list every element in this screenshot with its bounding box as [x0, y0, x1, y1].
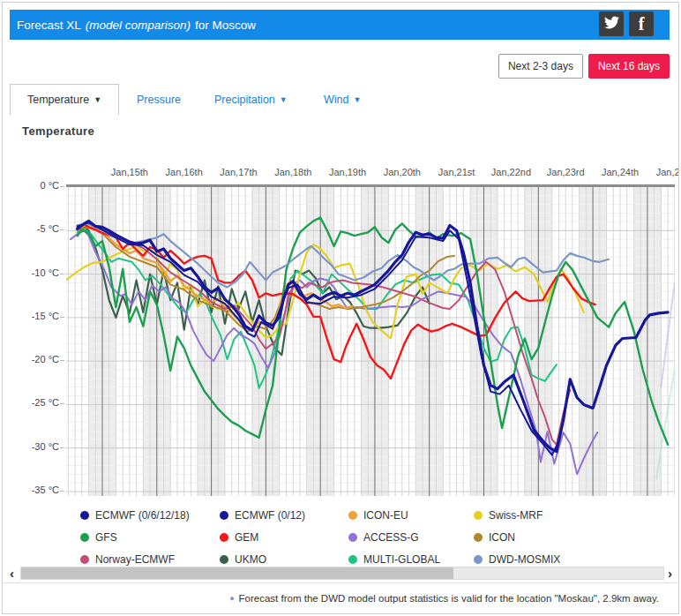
forecast-card: Forecast XL (model comparison) for Mosco… — [2, 2, 679, 614]
chart-legend: ECMWF (0/6/12/18)ECMWF (0/12)ICON-EUSwis… — [80, 504, 560, 570]
legend-label: ECMWF (0/6/12/18) — [95, 509, 190, 522]
legend-label: Swiss-MRF — [489, 509, 543, 522]
legend-dot-icon — [220, 533, 228, 542]
scroll-left-arrow[interactable]: ‹ — [10, 566, 14, 581]
tab-bar: Temperature▼ Pressure Precipitation▼ Win… — [10, 84, 671, 116]
next-2-3-days-button[interactable]: Next 2-3 days — [498, 54, 583, 79]
y-tick-mark — [60, 317, 64, 318]
legend-item-norway-ecmwf[interactable]: Norway-ECMWF — [80, 553, 220, 566]
legend-label: ACCESS-G — [363, 531, 419, 544]
legend-item-icon[interactable]: ICON — [474, 531, 560, 544]
y-tick-mark — [60, 229, 64, 230]
x-tick-label: Jan,19th — [317, 167, 378, 177]
facebook-share-button[interactable]: f — [629, 11, 654, 36]
y-tick-mark — [60, 360, 64, 361]
tab-temperature[interactable]: Temperature▼ — [10, 84, 119, 115]
y-tick-label: -30 °C — [8, 441, 59, 452]
legend-dot-icon — [348, 511, 357, 520]
legend-label: GFS — [95, 531, 117, 544]
scrollbar-thumb[interactable] — [21, 567, 453, 579]
footnote: ● Forecast from the DWD model output sta… — [3, 582, 678, 612]
legend-label: UKMO — [235, 553, 266, 566]
legend-dot-icon — [220, 511, 228, 520]
legend-dot-icon — [474, 555, 483, 564]
legend-label: ECMWF (0/12) — [235, 509, 305, 522]
legend-item-swiss-mrf[interactable]: Swiss-MRF — [474, 509, 560, 522]
x-tick-label: Jan,15th — [99, 167, 161, 177]
x-tick-label: Jan,18th — [262, 167, 324, 177]
tab-pressure[interactable]: Pressure — [137, 84, 181, 115]
legend-item-access-g[interactable]: ACCESS-G — [348, 531, 474, 544]
header-title-suffix: for Moscow — [195, 19, 256, 32]
chart-title: Temperature — [22, 124, 94, 138]
legend-label: ICON-EU — [363, 509, 408, 522]
scrollbar-track[interactable] — [20, 567, 664, 580]
tab-precipitation[interactable]: Precipitation▼ — [214, 84, 288, 115]
twitter-share-button[interactable] — [599, 11, 624, 36]
tab-wind[interactable]: Wind▼ — [324, 84, 361, 115]
legend-dot-icon — [474, 533, 483, 542]
range-buttons: Next 2-3 days Next 16 days — [498, 54, 670, 79]
legend-item-ecmwf-0-12-[interactable]: ECMWF (0/12) — [220, 509, 348, 522]
legend-item-gem[interactable]: GEM — [220, 531, 348, 544]
y-tick-label: -20 °C — [8, 354, 59, 364]
header-bar: Forecast XL (model comparison) for Mosco… — [10, 10, 670, 40]
legend-item-gfs[interactable]: GFS — [80, 531, 220, 544]
legend-item-icon-eu[interactable]: ICON-EU — [348, 509, 474, 522]
legend-item-ecmwf-0-6-12-18-[interactable]: ECMWF (0/6/12/18) — [80, 509, 220, 522]
legend-label: MULTI-GLOBAL — [363, 553, 440, 566]
twitter-icon — [604, 15, 619, 34]
legend-dot-icon — [80, 533, 89, 542]
y-tick-label: -35 °C — [8, 485, 59, 495]
legend-dot-icon — [348, 555, 357, 564]
y-tick-label: 0 °C — [8, 180, 59, 191]
x-tick-label: Jan,21st — [426, 167, 488, 177]
dwd-bullet-icon: ● — [229, 594, 234, 603]
legend-dot-icon — [80, 555, 89, 564]
chevron-down-icon: ▼ — [94, 95, 101, 104]
legend-dot-icon — [474, 511, 483, 520]
y-tick-mark — [60, 274, 64, 274]
x-tick-label: Jan,22nd — [480, 167, 542, 177]
y-tick-label: -10 °C — [8, 267, 59, 278]
chart-scrollbar: ‹ › — [3, 566, 678, 582]
legend-item-multi-global[interactable]: MULTI-GLOBAL — [348, 553, 474, 566]
legend-item-ukmo[interactable]: UKMO — [220, 553, 348, 566]
header-title-main: Forecast XL — [17, 19, 81, 32]
x-axis-labels: Jan,15thJan,16thJan,17thJan,18thJan,19th… — [3, 167, 678, 180]
temperature-chart — [66, 184, 675, 496]
y-tick-mark — [60, 447, 64, 448]
y-tick-label: -5 °C — [8, 223, 59, 234]
legend-label: DWD-MOSMIX — [489, 553, 560, 566]
x-tick-label: Jan,17th — [207, 167, 269, 177]
y-tick-mark — [60, 186, 64, 187]
legend-dot-icon — [348, 533, 357, 542]
legend-dot-icon — [220, 555, 228, 564]
legend-label: GEM — [235, 531, 258, 544]
footnote-text: Forecast from the DWD model output stati… — [239, 593, 659, 604]
x-tick-label: Jan,25th — [644, 167, 678, 177]
header-title-italic: (model comparison) — [86, 19, 191, 32]
chevron-down-icon: ▼ — [353, 95, 361, 104]
y-tick-label: -15 °C — [8, 311, 59, 321]
x-tick-label: Jan,20th — [371, 167, 433, 177]
y-tick-mark — [60, 491, 64, 492]
legend-label: ICON — [489, 531, 515, 544]
y-tick-label: -25 °C — [8, 397, 59, 408]
scroll-right-arrow[interactable]: › — [668, 566, 672, 581]
x-tick-label: Jan,24th — [589, 167, 651, 177]
x-tick-label: Jan,16th — [153, 167, 215, 177]
facebook-icon: f — [639, 15, 645, 33]
legend-dot-icon — [80, 511, 89, 520]
y-tick-mark — [60, 403, 64, 404]
next-16-days-button[interactable]: Next 16 days — [588, 54, 670, 79]
chevron-down-icon: ▼ — [280, 95, 288, 104]
legend-item-dwd-mosmix[interactable]: DWD-MOSMIX — [474, 553, 560, 566]
x-tick-label: Jan,23rd — [535, 167, 596, 177]
legend-label: Norway-ECMWF — [95, 553, 175, 566]
